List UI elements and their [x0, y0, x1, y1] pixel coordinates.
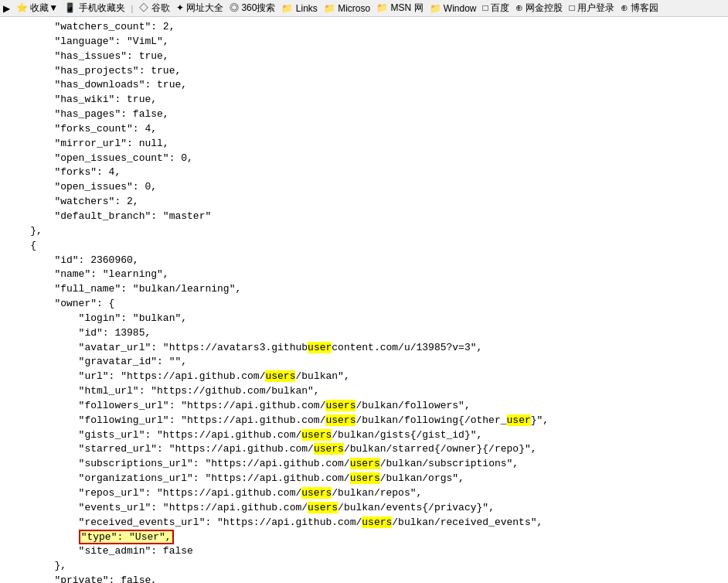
line-private: "private": false, [6, 574, 157, 583]
line-owner-id: "id": 13985, [6, 327, 151, 339]
line-site-admin: "site_admin": false [6, 545, 193, 557]
line-forks-count: "forks_count": 4, [6, 123, 157, 135]
line-watchers-count: "watchers_count": 2, [6, 21, 175, 32]
toolbar-web-nav[interactable]: ✦ 网址大全 [176, 2, 223, 15]
line-gravatar-id: "gravatar_id": "", [6, 356, 187, 367]
toolbar-favorites[interactable]: ⭐ 收藏▼ [16, 2, 58, 15]
line-repos-url: "repos_url": "https://api.github.com/use… [6, 487, 422, 499]
json-viewer: "watchers_count": 2, "language": "VimL",… [0, 17, 728, 583]
line-full-name: "full_name": "bulkan/learning", [6, 283, 241, 295]
line-owner: "owner": { [6, 298, 114, 309]
toolbar-login[interactable]: □ 用户登录 [569, 2, 614, 15]
line-open-issues: "open_issues": 0, [6, 181, 157, 193]
line-mirror-url: "mirror_url": null, [6, 138, 169, 149]
line-avatar-url: "avatar_url": "https://avatars3.githubus… [6, 342, 482, 353]
line-close-obj1: }, [6, 225, 43, 237]
line-type: "type": "User", [6, 530, 174, 544]
line-close-owner: }, [6, 560, 66, 571]
toolbar-wangjin[interactable]: ⊕ 网金控股 [515, 2, 563, 15]
toolbar-arrow[interactable]: ▶ [3, 3, 10, 14]
line-name: "name": "learning", [6, 268, 169, 280]
line-has-downloads: "has_downloads": true, [6, 79, 187, 90]
line-has-wiki: "has_wiki": true, [6, 94, 157, 105]
toolbar-blog[interactable]: ⊕ 博客园 [621, 2, 658, 15]
toolbar-microso[interactable]: 📁 Microso [324, 3, 370, 14]
line-open-issues-count: "open_issues_count": 0, [6, 152, 193, 164]
line-login: "login": "bulkan", [6, 312, 187, 324]
line-url: "url": "https://api.github.com/users/bul… [6, 370, 350, 382]
line-id: "id": 2360960, [6, 254, 139, 266]
toolbar-360[interactable]: ◎ 360搜索 [230, 2, 275, 15]
line-followers-url: "followers_url": "https://api.github.com… [6, 400, 471, 411]
toolbar-links[interactable]: 📁 Links [281, 3, 317, 14]
line-events-url: "events_url": "https://api.github.com/us… [6, 502, 495, 513]
toolbar-baidu[interactable]: □ 百度 [483, 2, 510, 15]
line-organizations-url: "organizations_url": "https://api.github… [6, 472, 464, 484]
line-received-events-url: "received_events_url": "https://api.gith… [6, 517, 543, 528]
toolbar-sep1: | [131, 4, 134, 13]
line-has-issues: "has_issues": true, [6, 50, 169, 62]
line-subscriptions-url: "subscriptions_url": "https://api.github… [6, 458, 519, 469]
toolbar-msn[interactable]: 📁 MSN 网 [376, 2, 423, 15]
line-language: "language": "VimL", [6, 36, 169, 47]
line-has-pages: "has_pages": false, [6, 108, 169, 120]
line-starred-url: "starred_url": "https://api.github.com/u… [6, 443, 537, 455]
toolbar-mobile[interactable]: 📱 手机收藏夹 [64, 2, 124, 15]
line-watchers: "watchers": 2, [6, 196, 139, 207]
toolbar-google[interactable]: ◇ 谷歌 [139, 2, 169, 15]
line-default-branch: "default_branch": "master" [6, 210, 211, 222]
line-open-obj2: { [6, 240, 36, 251]
line-html-url: "html_url": "https://github.com/bulkan", [6, 385, 320, 397]
line-gists-url: "gists_url": "https://api.github.com/use… [6, 429, 482, 441]
toolbar: ▶ ⭐ 收藏▼ 📱 手机收藏夹 | ◇ 谷歌 ✦ 网址大全 ◎ 360搜索 📁 … [0, 0, 728, 17]
line-forks: "forks": 4, [6, 166, 121, 178]
toolbar-window[interactable]: 📁 Window [430, 3, 477, 14]
line-following-url: "following_url": "https://api.github.com… [6, 414, 549, 426]
line-has-projects: "has_projects": true, [6, 65, 181, 77]
